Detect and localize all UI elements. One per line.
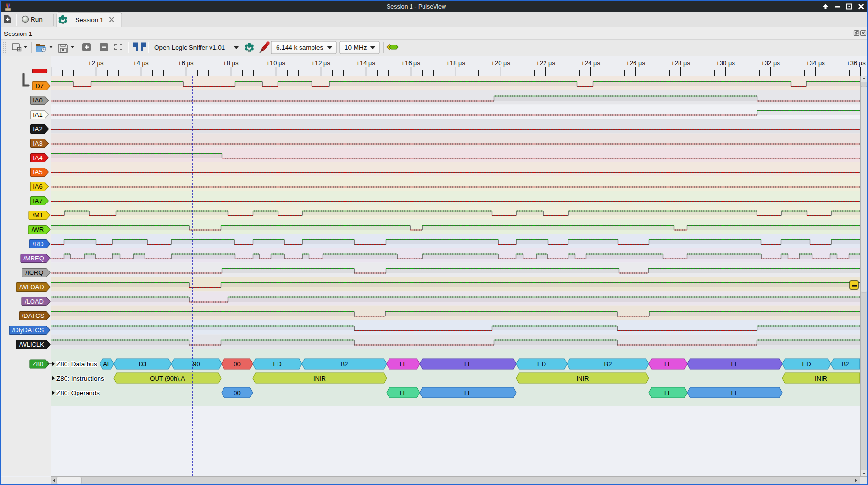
svg-text:IA1: IA1 bbox=[33, 111, 43, 118]
svg-text:/LOAD: /LOAD bbox=[25, 298, 44, 305]
svg-text:+16 µs: +16 µs bbox=[401, 59, 420, 67]
svg-text:+22 µs: +22 µs bbox=[536, 59, 555, 67]
svg-text:INIR: INIR bbox=[313, 375, 326, 382]
svg-text:IA4: IA4 bbox=[33, 154, 43, 161]
svg-text:FF: FF bbox=[464, 389, 472, 396]
svg-text:FF: FF bbox=[731, 389, 739, 396]
svg-text:+28 µs: +28 µs bbox=[671, 59, 690, 67]
svg-text:+10 µs: +10 µs bbox=[266, 59, 285, 67]
svg-text:IA0: IA0 bbox=[33, 97, 43, 104]
svg-text:B2: B2 bbox=[842, 361, 849, 368]
svg-text:/WLOAD: /WLOAD bbox=[19, 283, 44, 291]
svg-text:AF: AF bbox=[103, 361, 111, 368]
svg-text:10 MHz: 10 MHz bbox=[345, 44, 367, 51]
svg-text:Open Logic Sniffer v1.01: Open Logic Sniffer v1.01 bbox=[154, 44, 225, 51]
svg-text:/WR: /WR bbox=[32, 226, 44, 233]
svg-text:+2 µs: +2 µs bbox=[88, 59, 104, 67]
svg-text:/IORQ: /IORQ bbox=[26, 269, 44, 276]
svg-text:/RD: /RD bbox=[33, 240, 43, 248]
svg-text:+18 µs: +18 µs bbox=[446, 59, 465, 67]
svg-text:ED: ED bbox=[537, 361, 546, 368]
svg-text:OUT (90h),A: OUT (90h),A bbox=[150, 375, 185, 382]
svg-text:+30 µs: +30 µs bbox=[716, 59, 735, 67]
svg-text:Session 1: Session 1 bbox=[75, 16, 103, 23]
svg-text:+14 µs: +14 µs bbox=[356, 59, 375, 67]
svg-text:IA7: IA7 bbox=[33, 197, 43, 204]
svg-text:IA5: IA5 bbox=[33, 169, 43, 176]
svg-text:Run: Run bbox=[31, 16, 43, 23]
svg-text:00: 00 bbox=[234, 389, 240, 396]
svg-text:00: 00 bbox=[234, 361, 240, 368]
svg-text:ED: ED bbox=[802, 361, 811, 368]
svg-text:+24 µs: +24 µs bbox=[581, 59, 600, 67]
svg-text:ED: ED bbox=[273, 361, 281, 368]
svg-text:Z80: Instructions: Z80: Instructions bbox=[56, 375, 104, 382]
svg-text:+34 µs: +34 µs bbox=[806, 59, 825, 67]
svg-text:/WLICLK: /WLICLK bbox=[19, 341, 44, 348]
svg-text:/DlyDATCS: /DlyDATCS bbox=[12, 327, 44, 334]
svg-text:/MREQ: /MREQ bbox=[23, 255, 44, 262]
svg-text:INIR: INIR bbox=[815, 375, 827, 382]
svg-text:B2: B2 bbox=[341, 361, 348, 368]
svg-text:+26 µs: +26 µs bbox=[626, 59, 645, 67]
svg-text:Z80: Data bus: Z80: Data bus bbox=[56, 361, 97, 368]
svg-text:FF: FF bbox=[664, 389, 672, 396]
svg-text:IA2: IA2 bbox=[33, 125, 43, 133]
svg-text:/M1: /M1 bbox=[33, 212, 43, 219]
svg-text:Z80: Z80 bbox=[33, 361, 43, 368]
svg-text:Session 1: Session 1 bbox=[4, 30, 32, 37]
svg-text:+32 µs: +32 µs bbox=[761, 59, 780, 67]
svg-text:FF: FF bbox=[400, 389, 407, 396]
svg-text:B2: B2 bbox=[604, 361, 612, 368]
svg-text:Z80: Operands: Z80: Operands bbox=[56, 389, 100, 396]
svg-text:+4 µs: +4 µs bbox=[133, 59, 149, 67]
svg-text:FF: FF bbox=[664, 361, 672, 368]
svg-text:IA6: IA6 bbox=[33, 183, 43, 190]
svg-text:90: 90 bbox=[193, 361, 200, 368]
svg-text:+6 µs: +6 µs bbox=[178, 59, 194, 67]
svg-text:6.144 k samples: 6.144 k samples bbox=[276, 44, 323, 51]
svg-text:+12 µs: +12 µs bbox=[311, 59, 330, 67]
svg-text:D3: D3 bbox=[139, 361, 147, 368]
svg-text:Session 1 - PulseView: Session 1 - PulseView bbox=[387, 3, 446, 10]
svg-text:+36 µs: +36 µs bbox=[846, 59, 866, 67]
svg-text:D7: D7 bbox=[35, 82, 44, 90]
svg-text:/DATCS: /DATCS bbox=[22, 312, 45, 319]
svg-text:INIR: INIR bbox=[577, 375, 589, 382]
svg-text:+8 µs: +8 µs bbox=[223, 59, 239, 67]
svg-text:FF: FF bbox=[464, 361, 472, 368]
svg-text:FF: FF bbox=[400, 361, 407, 368]
svg-text:IA3: IA3 bbox=[33, 140, 43, 147]
svg-text:+20 µs: +20 µs bbox=[491, 59, 510, 67]
svg-text:FF: FF bbox=[731, 361, 739, 368]
